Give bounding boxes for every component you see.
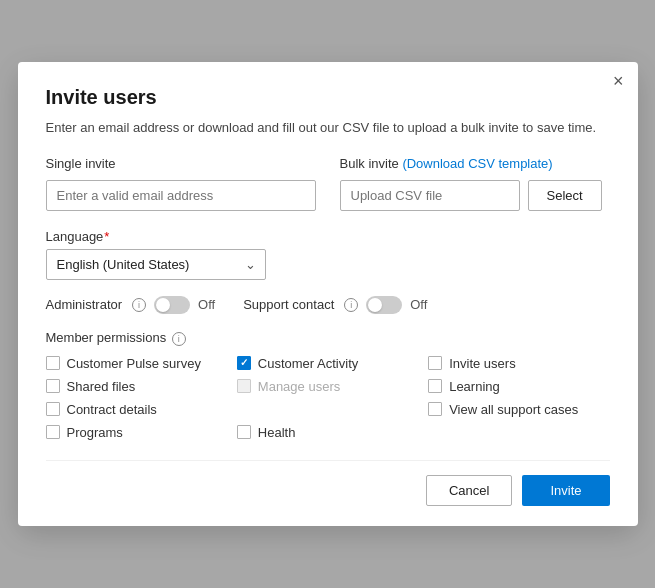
perm-view-support: View all support cases [428,402,609,417]
support-contact-state: Off [410,297,427,312]
perm-learning-label: Learning [449,379,500,394]
administrator-state: Off [198,297,215,312]
perm-programs-checkbox[interactable] [46,425,60,439]
invite-button[interactable]: Invite [522,475,609,506]
single-invite-section: Single invite [46,156,316,211]
perm-programs-label: Programs [67,425,123,440]
footer-row: Cancel Invite [46,460,610,506]
permissions-info-icon[interactable]: i [172,332,186,346]
close-button[interactable]: × [613,72,624,90]
perm-manage-users-label: Manage users [258,379,340,394]
perm-health-checkbox[interactable] [237,425,251,439]
cancel-button[interactable]: Cancel [426,475,512,506]
required-indicator: * [104,229,109,244]
perm-customer-pulse-checkbox[interactable] [46,356,60,370]
language-section: Language* English (United States) French… [46,229,610,280]
perm-view-support-label: View all support cases [449,402,578,417]
perm-health-label: Health [258,425,296,440]
language-select[interactable]: English (United States) French German Sp… [46,249,266,280]
administrator-info-icon[interactable]: i [132,298,146,312]
language-select-wrapper: English (United States) French German Sp… [46,249,266,280]
single-invite-label: Single invite [46,156,316,171]
permissions-grid: Customer Pulse survey Customer Activity … [46,356,610,440]
perm-customer-activity-label: Customer Activity [258,356,358,371]
modal-description: Enter an email address or download and f… [46,119,610,137]
perm-view-support-checkbox[interactable] [428,402,442,416]
perm-contract-details-checkbox[interactable] [46,402,60,416]
perm-shared-files-label: Shared files [67,379,136,394]
perm-customer-pulse: Customer Pulse survey [46,356,227,371]
support-contact-label: Support contact [243,297,334,312]
modal-title: Invite users [46,86,610,109]
modal-overlay: × Invite users Enter an email address or… [0,0,655,588]
support-contact-toggle[interactable] [366,296,402,314]
perm-shared-files-checkbox[interactable] [46,379,60,393]
download-csv-link[interactable]: (Download CSV template) [402,156,552,171]
perm-contract-details-label: Contract details [67,402,157,417]
language-label: Language* [46,229,610,244]
perm-contract-details: Contract details [46,402,227,417]
perm-customer-pulse-label: Customer Pulse survey [67,356,201,371]
support-contact-info-icon[interactable]: i [344,298,358,312]
email-input[interactable] [46,180,316,211]
invite-users-modal: × Invite users Enter an email address or… [18,62,638,525]
toggles-row: Administrator i Off Support contact i Of… [46,296,610,314]
perm-health: Health [237,425,418,440]
perm-learning-checkbox[interactable] [428,379,442,393]
permissions-title: Member permissions i [46,330,610,346]
select-button[interactable]: Select [528,180,602,211]
perm-invite-users: Invite users [428,356,609,371]
administrator-label: Administrator [46,297,123,312]
permissions-section: Member permissions i Customer Pulse surv… [46,330,610,440]
administrator-toggle-group: Administrator i Off [46,296,216,314]
support-contact-toggle-group: Support contact i Off [243,296,427,314]
perm-programs: Programs [46,425,227,440]
perm-customer-activity: Customer Activity [237,356,418,371]
perm-invite-users-checkbox[interactable] [428,356,442,370]
bulk-invite-label: Bulk invite (Download CSV template) [340,156,610,171]
administrator-toggle[interactable] [154,296,190,314]
bulk-invite-section: Bulk invite (Download CSV template) Sele… [340,156,610,211]
invite-row: Single invite Bulk invite (Download CSV … [46,156,610,211]
perm-invite-users-label: Invite users [449,356,515,371]
bulk-input-row: Select [340,180,610,211]
perm-manage-users-checkbox [237,379,251,393]
perm-learning: Learning [428,379,609,394]
perm-shared-files: Shared files [46,379,227,394]
csv-upload-input[interactable] [340,180,520,211]
perm-customer-activity-checkbox[interactable] [237,356,251,370]
perm-manage-users: Manage users [237,379,418,394]
